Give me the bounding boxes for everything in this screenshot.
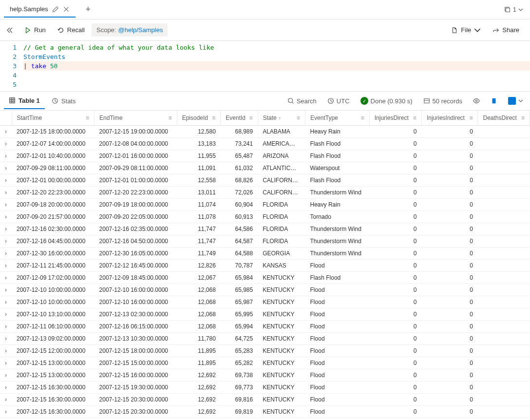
expand-row-icon[interactable]: › (0, 333, 12, 345)
utc-toggle[interactable]: UTC (324, 95, 353, 107)
windows-dropdown[interactable]: 1 (501, 4, 526, 15)
table-row[interactable]: ›2007-12-15 16:30:00.00002007-12-15 19:3… (0, 382, 530, 394)
table-row[interactable]: ›2007-12-15 12:00:00.00002007-12-15 18:0… (0, 345, 530, 357)
table-row[interactable]: ›2007-09-18 20:00:00.00002007-09-19 18:0… (0, 199, 530, 211)
table-row[interactable]: ›2007-12-07 14:00:00.00002007-12-08 04:0… (0, 138, 530, 150)
clock-icon (327, 97, 334, 104)
expand-row-icon[interactable]: › (0, 162, 12, 174)
column-menu-icon[interactable]: ≡ (212, 115, 215, 121)
expand-row-icon[interactable]: › (0, 211, 12, 223)
table-row[interactable]: ›2007-12-10 10:00:00.00002007-12-10 16:0… (0, 284, 530, 296)
cell: 13,011 (177, 187, 221, 199)
table-row[interactable]: ›2007-12-16 04:45:00.00002007-12-16 04:5… (0, 235, 530, 248)
column-menu-icon[interactable]: ≡ (297, 115, 300, 121)
table-row[interactable]: ›2007-12-15 13:00:00.00002007-12-15 15:0… (0, 357, 530, 369)
table-row[interactable]: ›2007-12-01 10:40:00.00002007-12-01 16:0… (0, 150, 530, 162)
expand-row-icon[interactable]: › (0, 174, 12, 187)
table-row[interactable]: ›2007-12-16 02:30:00.00002007-12-16 02:3… (0, 223, 530, 235)
table-row[interactable]: ›2007-12-15 16:30:00.00002007-12-15 20:3… (0, 406, 530, 418)
table-row[interactable]: ›2007-12-30 16:00:00.00002007-12-30 16:0… (0, 248, 530, 260)
expand-row-icon[interactable]: › (0, 260, 12, 272)
expand-row-icon[interactable]: › (0, 187, 12, 199)
file-button[interactable]: File (446, 23, 486, 37)
expand-row-icon[interactable]: › (0, 321, 12, 333)
expand-row-icon[interactable]: › (0, 126, 12, 138)
hide-empty-button[interactable] (470, 95, 483, 106)
code-line[interactable] (23, 71, 530, 80)
column-header[interactable]: EpisodeId≡ (177, 111, 221, 126)
column-header[interactable]: EndTime≡ (95, 111, 177, 126)
table-row[interactable]: ›2007-12-11 21:45:00.00002007-12-12 16:4… (0, 260, 530, 272)
expand-row-icon[interactable]: › (0, 284, 12, 296)
add-tab-button[interactable]: + (81, 3, 95, 17)
cell: 2007-12-12 16:45:00.0000 (95, 260, 177, 272)
table-row[interactable]: ›2007-09-20 21:57:00.00002007-09-20 22:0… (0, 211, 530, 223)
code-line[interactable]: | take 50 (23, 61, 530, 71)
expand-row-icon[interactable]: › (0, 235, 12, 248)
close-icon[interactable] (63, 6, 70, 13)
clipboard-button[interactable] (488, 95, 500, 106)
column-menu-icon[interactable]: ≡ (169, 115, 172, 121)
column-header[interactable]: InjuriesDirect≡ (369, 111, 421, 126)
expand-row-icon[interactable]: › (0, 406, 12, 418)
table-row[interactable]: ›2007-12-09 17:02:00.00002007-12-09 18:4… (0, 272, 530, 284)
expand-row-icon[interactable]: › (0, 223, 12, 235)
edit-icon[interactable] (52, 6, 59, 13)
table-row[interactable]: ›2007-12-20 22:23:00.00002007-12-20 22:2… (0, 187, 530, 199)
expand-row-icon[interactable]: › (0, 150, 12, 162)
cell (478, 284, 530, 296)
tab-active[interactable]: help.Samples (4, 1, 76, 18)
table-row[interactable]: ›2007-12-15 13:00:00.00002007-12-15 16:0… (0, 369, 530, 382)
run-button[interactable]: Run (19, 23, 51, 37)
code-line[interactable] (23, 80, 530, 89)
share-button[interactable]: Share (488, 23, 524, 37)
tab-table[interactable]: Table 1 (4, 93, 45, 109)
search-button[interactable]: Search (284, 95, 320, 107)
chevrons-left-icon[interactable] (6, 26, 14, 34)
column-header[interactable]: InjuriesIndirect≡ (421, 111, 478, 126)
column-menu-icon[interactable]: ≡ (361, 115, 364, 121)
column-menu-icon[interactable]: ≡ (413, 115, 416, 121)
column-header[interactable]: State↑≡ (258, 111, 305, 126)
table-row[interactable]: ›2007-12-10 13:10:00.00002007-12-13 02:3… (0, 308, 530, 321)
scope-selector[interactable]: Scope: @help/Samples (92, 23, 168, 37)
code-line[interactable]: StormEvents (23, 52, 530, 61)
expand-row-icon[interactable]: › (0, 382, 12, 394)
table-row[interactable]: ›2007-12-15 16:30:00.00002007-12-15 20:3… (0, 394, 530, 406)
column-header[interactable]: StartTime≡ (12, 111, 95, 126)
recall-button[interactable]: Recall (53, 23, 90, 37)
results-table-wrap[interactable]: StartTime≡EndTime≡EpisodeId≡EventId≡Stat… (0, 111, 530, 420)
table-row[interactable]: ›2007-12-01 00:00:00.00002007-12-01 01:0… (0, 174, 530, 187)
expand-row-icon[interactable]: › (0, 308, 12, 321)
expand-row-icon[interactable]: › (0, 357, 12, 369)
cell: 2007-12-09 18:45:00.0000 (95, 272, 177, 284)
table-row[interactable]: ›2007-12-10 10:00:00.00002007-12-10 16:0… (0, 296, 530, 308)
expand-row-icon[interactable]: › (0, 248, 12, 260)
tab-stats[interactable]: Stats (47, 94, 81, 109)
column-menu-icon[interactable]: ≡ (249, 115, 253, 121)
expand-row-icon[interactable]: › (0, 138, 12, 150)
column-menu-icon[interactable]: ≡ (86, 115, 89, 121)
table-row[interactable]: ›2007-12-11 06:10:00.00002007-12-16 06:1… (0, 321, 530, 333)
color-button[interactable] (505, 95, 526, 107)
expand-row-icon[interactable]: › (0, 296, 12, 308)
expand-row-icon[interactable]: › (0, 345, 12, 357)
column-header[interactable]: EventType≡ (305, 111, 370, 126)
expand-row-icon[interactable]: › (0, 394, 12, 406)
column-label: State (263, 115, 277, 121)
expand-row-icon[interactable]: › (0, 272, 12, 284)
code-editor[interactable]: 12345 // Get a general idea of what your… (0, 41, 530, 91)
expand-row-icon[interactable]: › (0, 199, 12, 211)
table-row[interactable]: ›2007-12-13 09:02:00.00002007-12-13 10:3… (0, 333, 530, 345)
column-header[interactable]: DeathsDirect≡ (478, 111, 530, 126)
column-menu-icon[interactable]: ≡ (521, 115, 525, 121)
cell: Flash Flood (305, 174, 370, 187)
expand-row-icon[interactable]: › (0, 369, 12, 382)
column-header[interactable]: EventId≡ (221, 111, 258, 126)
table-row[interactable]: ›2007-12-15 18:00:00.00002007-12-15 19:0… (0, 126, 530, 138)
cell: 0 (421, 211, 478, 223)
code-line[interactable]: // Get a general idea of what your data … (23, 43, 530, 52)
column-menu-icon[interactable]: ≡ (469, 115, 473, 121)
cell: 0 (421, 296, 478, 308)
table-row[interactable]: ›2007-09-29 08:11:00.00002007-09-29 08:1… (0, 162, 530, 174)
